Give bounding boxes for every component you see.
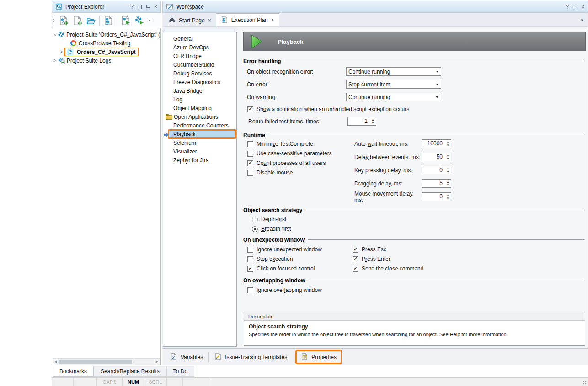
toolbar-grip[interactable]	[53, 16, 55, 25]
option-clr-bridge[interactable]: CLR Bridge	[163, 52, 236, 60]
spin-down-icon[interactable]: ▼	[447, 157, 449, 160]
checkbox-box[interactable]: ✓	[247, 247, 253, 253]
option-azure-devops[interactable]: Azure DevOps	[163, 43, 236, 52]
radio-depth-first[interactable]: Depth-first	[252, 216, 586, 223]
add-project-suite-button[interactable]	[57, 14, 69, 26]
option-performance-counters[interactable]: Performance Counters	[163, 121, 236, 130]
tab-close-icon[interactable]: ×	[271, 17, 274, 23]
checkbox-box[interactable]: ✓	[247, 141, 253, 147]
option-freeze-diagnostics[interactable]: Freeze Diagnostics	[163, 78, 236, 86]
radio-button[interactable]	[252, 217, 258, 222]
checkbox-click-on-focused-control[interactable]: ✓ Click on focused control	[247, 265, 348, 272]
mouse-movement-delay-stepper[interactable]: 0 ▲▼	[422, 192, 451, 201]
checkbox-ignore-unexpected-window[interactable]: ✓ Ignore unexpected window	[247, 246, 348, 253]
radio-breadth-first[interactable]: Breadth-first	[252, 225, 586, 233]
checkbox-box[interactable]: ✓	[247, 151, 253, 157]
tree-item-project-suite-logs[interactable]: > Project Suite Logs	[52, 56, 160, 65]
checkbox-box[interactable]: ✓	[247, 256, 253, 262]
spin-up-icon[interactable]: ▲	[447, 141, 449, 144]
key-pressing-delay-stepper[interactable]: 0 ▲▼	[422, 166, 451, 174]
checkbox-box[interactable]: ✓	[247, 170, 253, 176]
chevron-down-icon[interactable]: ▼	[433, 70, 441, 73]
spin-down-icon[interactable]: ▼	[372, 122, 374, 125]
maximize-icon[interactable]	[138, 5, 142, 9]
organize-test-items-button[interactable]	[102, 14, 114, 26]
tab-properties[interactable]: Properties	[295, 350, 342, 364]
checkbox-box[interactable]: ✓	[247, 287, 253, 293]
option-zephyr-for-jira[interactable]: Zephyr for Jira	[163, 156, 236, 164]
tab-bookmarks[interactable]: Bookmarks	[53, 366, 94, 377]
expander-icon[interactable]: >	[53, 32, 57, 37]
open-file-button[interactable]	[85, 14, 97, 26]
spin-up-icon[interactable]: ▲	[447, 167, 449, 170]
spin-down-icon[interactable]: ▼	[447, 197, 449, 200]
tab-overflow-caret-icon[interactable]: ▼	[580, 18, 584, 22]
close-icon[interactable]: ×	[154, 4, 157, 10]
checkbox-box[interactable]: ✓	[247, 106, 253, 112]
resize-grip[interactable]	[581, 378, 588, 386]
maximize-icon[interactable]	[573, 5, 577, 9]
option-log[interactable]: Log	[163, 95, 236, 104]
checkbox-box[interactable]: ✓	[353, 266, 358, 272]
on-object-recognition-error-select[interactable]: Continue running ▼	[346, 67, 441, 76]
run-project-button[interactable]	[119, 14, 132, 26]
tree-item-orders-project[interactable]: > Orders_C#_JavaScript	[52, 48, 160, 56]
spin-up-icon[interactable]: ▲	[447, 154, 449, 157]
checkbox-show-notification[interactable]: ✓ Show a notification when an unhandled …	[247, 106, 586, 113]
delay-between-events-stepper[interactable]: 50 ▲▼	[422, 153, 451, 161]
spin-up-icon[interactable]: ▲	[447, 180, 449, 184]
tree-item-project-suite[interactable]: > Project Suite 'Orders_C#_JavaScript' (…	[52, 30, 160, 39]
scroll-right-icon[interactable]: ▶	[154, 360, 160, 364]
rerun-times-stepper[interactable]: 1 ▲▼	[347, 117, 376, 126]
checkbox-send-close-command[interactable]: ✓ Send the close command	[353, 265, 423, 272]
checkbox-stop-execution[interactable]: ✓ Stop execution	[247, 255, 348, 263]
tab-to-do[interactable]: To Do	[166, 366, 194, 377]
close-icon[interactable]: ×	[581, 4, 584, 10]
run-dropdown-caret-icon[interactable]: ▼	[147, 19, 153, 22]
option-visualizer[interactable]: Visualizer	[163, 147, 236, 156]
scroll-left-icon[interactable]: ◀	[53, 360, 59, 364]
option-open-applications[interactable]: Open Applications	[163, 112, 236, 121]
dragging-delay-stepper[interactable]: 5 ▲▼	[422, 179, 451, 188]
checkbox-ignore-overlapping-window[interactable]: ✓ Ignore overlapping window	[247, 286, 586, 294]
tab-execution-plan[interactable]: Execution Plan ×	[216, 13, 279, 26]
horizontal-scrollbar[interactable]: ◀ ▶	[53, 358, 160, 365]
tab-close-icon[interactable]: ×	[208, 18, 211, 23]
tab-start-page[interactable]: Start Page ×	[164, 14, 216, 26]
tree-item-crossbrowsertesting[interactable]: CrossBrowserTesting	[52, 39, 160, 48]
add-project-item-button[interactable]	[71, 14, 83, 26]
option-java-bridge[interactable]: Java Bridge	[163, 86, 236, 95]
run-project-suite-button[interactable]	[133, 14, 145, 26]
option-selenium[interactable]: Selenium	[163, 138, 236, 147]
option-debug-services[interactable]: Debug Services	[163, 69, 236, 78]
checkbox-box[interactable]: ✓	[353, 256, 358, 262]
pin-icon[interactable]	[146, 4, 150, 10]
radio-button[interactable]	[252, 226, 258, 232]
checkbox-case-sensitive-parameters[interactable]: ✓ Use case-sensitive parameters	[247, 150, 350, 157]
checkbox-count-processes-all-users[interactable]: ✓ Count processes of all users	[247, 159, 350, 167]
option-playback-selected[interactable]: Playback	[168, 129, 236, 139]
expander-icon[interactable]: >	[52, 58, 58, 63]
checkbox-press-enter[interactable]: ✓ Press Enter	[353, 255, 423, 263]
tab-issue-tracking-templates[interactable]: Issue-Tracking Templates	[210, 351, 292, 363]
spin-down-icon[interactable]: ▼	[447, 184, 449, 187]
on-error-select[interactable]: Stop current item ▼	[346, 80, 441, 89]
chevron-down-icon[interactable]: ▼	[433, 83, 441, 86]
chevron-down-icon[interactable]: ▼	[433, 95, 441, 99]
checkbox-box[interactable]: ✓	[247, 266, 253, 272]
scrollbar-thumb[interactable]	[59, 360, 132, 364]
checkbox-box[interactable]: ✓	[247, 160, 253, 166]
auto-wait-timeout-stepper[interactable]: 10000 ▲▼	[422, 139, 451, 148]
option-cucumberstudio[interactable]: CucumberStudio	[163, 60, 236, 69]
tab-variables[interactable]: x Variables	[166, 351, 208, 363]
help-button[interactable]: ?	[130, 4, 134, 10]
expander-icon[interactable]: >	[59, 50, 64, 54]
on-warning-select[interactable]: Continue running ▼	[346, 93, 441, 101]
spin-up-icon[interactable]: ▲	[372, 118, 374, 122]
tab-search-replace-results[interactable]: Search/Replace Results	[94, 366, 166, 377]
spin-down-icon[interactable]: ▼	[447, 144, 449, 147]
spin-up-icon[interactable]: ▲	[447, 194, 449, 197]
spin-down-icon[interactable]: ▼	[447, 170, 449, 174]
checkbox-minimize-testcomplete[interactable]: ✓ Minimize TestComplete	[247, 140, 350, 148]
checkbox-box[interactable]: ✓	[353, 247, 358, 253]
